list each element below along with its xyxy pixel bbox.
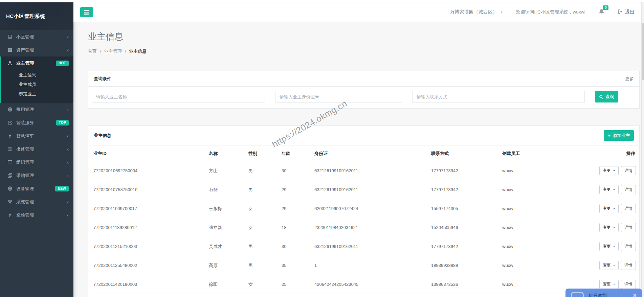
change-button[interactable]: 变更▼	[599, 185, 619, 194]
change-button-label: 变更	[603, 244, 611, 249]
community-selector[interactable]: 万博家博园（城西区） ▼	[450, 9, 503, 15]
sidebar-item-inspection[interactable]: 巡检管理‹	[0, 208, 73, 222]
sidebar-item-label: 组织管理	[16, 159, 34, 165]
owner-idcard-input[interactable]	[275, 91, 402, 102]
sidebar-subitem-owner-bind[interactable]: 绑定业主	[1, 89, 73, 99]
chevron-left-icon: ‹	[67, 173, 69, 178]
table-panel-title: 业主信息	[94, 133, 111, 139]
cell-age: 29	[282, 199, 314, 218]
add-owner-button[interactable]: + 添加业主	[604, 130, 634, 141]
gem-icon	[7, 199, 13, 204]
close-icon[interactable]: ×	[632, 292, 638, 297]
change-button[interactable]: 变更▼	[599, 280, 619, 289]
cell-age: 35	[282, 256, 314, 275]
chevron-left-icon: ‹	[67, 199, 69, 204]
breadcrumb-owner-mgmt[interactable]: 业主管理	[104, 48, 122, 54]
daily-checkin-toast: 每日签到 ×	[565, 289, 642, 297]
top-strip	[0, 0, 644, 2]
change-button[interactable]: 变更▼	[599, 204, 619, 213]
cell-idcard: 632126199109162011	[314, 237, 431, 256]
cell-actions: 变更▼详情	[587, 199, 636, 218]
owner-table-panel: 业主信息 + 添加业主 业主ID名称性别年龄身份证联系方式创建员工	[88, 125, 640, 297]
logout-icon	[618, 9, 623, 15]
column-header: 联系方式	[431, 145, 502, 161]
change-button[interactable]: 变更▼	[599, 223, 619, 232]
detail-button[interactable]: 详情	[621, 261, 636, 270]
breadcrumb-current: 业主信息	[129, 48, 147, 54]
column-header: 名称	[209, 145, 248, 161]
sidebar-item-fee[interactable]: 费用管理‹	[0, 103, 73, 116]
scrollbar-thumb[interactable]	[642, 23, 644, 80]
cell-age: 18	[282, 218, 314, 237]
cell-actions: 变更▼详情	[587, 256, 636, 275]
sidebar-item-repair[interactable]: 报修管理‹	[0, 142, 73, 156]
sidebar-subitem-owner-member[interactable]: 业主成员	[1, 80, 73, 89]
cell-owner-id: 772020011255480002	[93, 256, 209, 275]
table-header-row: 业主ID名称性别年龄身份证联系方式创建员工操作	[93, 145, 636, 161]
detail-button[interactable]: 详情	[621, 223, 636, 232]
detail-button[interactable]: 详情	[621, 166, 636, 175]
sidebar-item-asset[interactable]: 资产管理‹	[0, 43, 73, 56]
table-row: 772020011189280012张立新女182323011984020346…	[93, 218, 636, 237]
owner-name-input[interactable]	[92, 91, 265, 102]
cell-actions: 变更▼详情	[587, 180, 636, 199]
more-link[interactable]: 更多	[625, 76, 634, 82]
breadcrumb: 首页 / 业主管理 / 业主信息	[88, 48, 640, 54]
detail-button[interactable]: 详情	[621, 280, 636, 289]
detail-button[interactable]: 详情	[621, 204, 636, 213]
table-row: 772020010692750004方山男3063212619910916201…	[93, 161, 636, 180]
logout-label: 退出	[625, 9, 635, 15]
checkin-app-icon	[571, 292, 584, 297]
cell-idcard: 232301198402034621	[314, 218, 431, 237]
cell-phone: 17797173942	[431, 180, 502, 199]
globe-icon	[7, 186, 13, 191]
column-header: 性别	[248, 145, 282, 161]
sidebar-item-label: 报修管理	[16, 146, 34, 152]
contact-input[interactable]	[412, 91, 585, 102]
cell-gender: 男	[248, 237, 282, 256]
sidebar-item-purchase[interactable]: 采购管理‹	[0, 169, 73, 182]
caret-down-icon: ▼	[613, 226, 615, 229]
welcome-text: 欢迎访问HC小区管理系统，wuxw!	[516, 9, 585, 15]
cell-actions: 变更▼详情	[587, 237, 636, 256]
cell-gender: 女	[248, 199, 282, 218]
cell-phone: 15204505946	[431, 218, 502, 237]
notifications-button[interactable]: 0	[598, 8, 605, 16]
sidebar-item-label: 采购管理	[16, 173, 34, 179]
sidebar-item-organization[interactable]: 组织管理‹	[0, 156, 73, 169]
sidebar-item-device[interactable]: 设备管理NEW	[0, 182, 73, 195]
change-button-label: 变更	[603, 262, 611, 268]
search-button[interactable]: 查询	[595, 91, 618, 102]
sidebar-subitem-owner-info[interactable]: 业主信息	[1, 70, 73, 80]
detail-button[interactable]: 详情	[621, 242, 636, 251]
sidebar-item-parking[interactable]: 智慧停车‹	[0, 129, 73, 142]
vertical-scrollbar[interactable]	[641, 2, 644, 297]
plus-icon: +	[607, 133, 610, 138]
owners-table: 业主ID名称性别年龄身份证联系方式创建员工操作 7720200106927500…	[93, 145, 636, 297]
cell-owner-id: 772020011420190003	[93, 275, 209, 294]
sidebar-item-community[interactable]: 小区管理‹	[0, 30, 73, 43]
cell-name: 王永梅	[209, 199, 248, 218]
cell-creator: wuxw	[502, 180, 587, 199]
globe-icon	[7, 107, 13, 112]
search-button-label: 查询	[605, 94, 614, 100]
cell-age: 30	[282, 161, 314, 180]
change-button-label: 变更	[603, 206, 611, 211]
flask-icon	[7, 61, 13, 66]
sidebar-toggle-button[interactable]	[80, 7, 93, 17]
breadcrumb-home[interactable]: 首页	[88, 48, 97, 54]
sidebar-submenu: 业主信息业主成员绑定业主	[1, 70, 73, 103]
change-button[interactable]: 变更▼	[599, 261, 619, 270]
change-button[interactable]: 变更▼	[599, 166, 619, 175]
cell-idcard: 632126199109162011	[314, 180, 431, 199]
sidebar-item-owner[interactable]: 业主管理HOT	[1, 56, 73, 70]
cell-owner-id: 772020011009700017	[93, 199, 209, 218]
hot-badge: HOT	[56, 61, 69, 66]
sidebar-item-system[interactable]: 系统管理‹	[0, 195, 73, 208]
logout-button[interactable]: 退出	[618, 9, 635, 15]
sidebar: HC小区管理系统 小区管理‹资产管理‹业主管理HOT业主信息业主成员绑定业主费用…	[0, 2, 73, 297]
detail-button[interactable]: 详情	[621, 185, 636, 194]
sidebar-item-smart-service[interactable]: 智慧服务TOP	[0, 116, 73, 129]
change-button[interactable]: 变更▼	[599, 242, 619, 251]
table-row: 772020010758750010石磊男2963212619910916201…	[93, 180, 636, 199]
